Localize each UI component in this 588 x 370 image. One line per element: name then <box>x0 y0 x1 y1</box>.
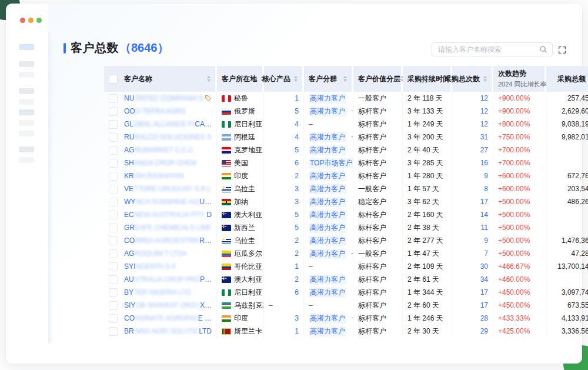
customer-name-link[interactable]: BYTER NIGERIA LTD <box>124 288 191 296</box>
sort-icon[interactable] <box>207 76 211 82</box>
row-checkbox[interactable] <box>109 94 118 103</box>
customer-name-link[interactable]: AUSTRALIA CROP PROTECTION P… <box>124 275 212 284</box>
maximize-button[interactable] <box>36 18 42 23</box>
purchase-count-value[interactable]: 16 <box>480 159 488 167</box>
core-products-value[interactable]: 4 <box>295 120 299 128</box>
core-products-value[interactable]: 2 <box>295 172 299 180</box>
segment-link[interactable]: 高潜力客户 <box>309 171 346 181</box>
customer-name-link[interactable]: SIYOB SHAVKAT ORZU FERMER X… <box>124 301 212 309</box>
customer-name-link[interactable]: NUTRITEC COMPANIA S.A.C <box>124 94 205 102</box>
sidebar-item[interactable] <box>19 157 34 163</box>
column-header-core[interactable]: 核心产品 <box>264 66 304 92</box>
core-products-value[interactable]: 1 <box>295 94 299 102</box>
purchase-count-value[interactable]: 27 <box>480 146 488 154</box>
customer-name-link[interactable]: GLOBAL ALLIANCE FOR CHEMICA… <box>124 120 212 128</box>
core-products-value[interactable]: 1 <box>295 327 299 335</box>
purchase-count-value[interactable]: 30 <box>480 262 488 271</box>
customer-name-link[interactable]: OOO TEFRA AGRO <box>124 107 186 115</box>
sidebar-item[interactable] <box>19 72 34 78</box>
core-products-value[interactable]: 6 <box>295 159 299 167</box>
row-checkbox[interactable] <box>109 301 118 310</box>
row-checkbox[interactable] <box>109 224 118 232</box>
customer-name-link[interactable]: BRAINS AGRI SOLUTIONS PVT LTD <box>124 327 212 335</box>
core-products-value[interactable]: 2 <box>295 275 299 284</box>
close-button[interactable] <box>20 18 25 23</box>
row-checkbox[interactable] <box>109 172 118 181</box>
row-checkbox[interactable] <box>109 198 118 206</box>
purchase-count-value[interactable]: 29 <box>480 327 488 335</box>
sidebar-item[interactable] <box>19 131 34 136</box>
purchase-count-value[interactable]: 8 <box>484 185 488 193</box>
sidebar-item[interactable] <box>19 109 34 115</box>
row-checkbox[interactable] <box>109 262 118 271</box>
segment-link[interactable]: 高潜力客户 <box>309 249 346 259</box>
segment-link[interactable]: 高潜力客户 <box>309 132 346 142</box>
sidebar-item[interactable] <box>19 120 34 126</box>
core-products-value[interactable]: 4 <box>295 133 299 141</box>
column-header-amount[interactable]: 采购总额i <box>546 66 588 92</box>
core-products-value[interactable]: 5 <box>295 146 299 154</box>
segment-link[interactable]: 高潜力客户 <box>309 326 346 336</box>
row-checkbox[interactable] <box>109 146 118 155</box>
core-products-value[interactable]: 2 <box>295 249 299 258</box>
core-products-value[interactable]: 3 <box>295 185 299 193</box>
core-products-value[interactable]: 3 <box>295 198 299 206</box>
core-products-value[interactable]: 5 <box>295 107 299 115</box>
sidebar-item[interactable] <box>19 146 34 152</box>
purchase-count-value[interactable]: 28 <box>480 314 488 322</box>
row-checkbox[interactable] <box>109 159 118 168</box>
sidebar-item-active[interactable] <box>19 44 34 50</box>
core-products-value[interactable]: 5 <box>295 211 299 219</box>
customer-name-link[interactable]: CONSINATE AGROPACK PRIVATE … <box>124 314 212 322</box>
core-products-value[interactable]: 6 <box>295 288 299 296</box>
customer-name-link[interactable]: SYINGENTA S.A <box>124 262 176 271</box>
purchase-count-value[interactable]: 9 <box>484 172 488 180</box>
column-header-tier[interactable]: 客户价值分层 <box>353 66 403 92</box>
customer-name-link[interactable]: CORREA AGROESTRINA AL LABIO R… <box>124 236 212 245</box>
core-products-value[interactable]: 1 <box>295 262 299 271</box>
segment-link[interactable]: 高潜力客户 <box>309 184 346 194</box>
purchase-count-value[interactable]: 14 <box>480 211 488 219</box>
customer-name-link[interactable]: GREAFE CHEMICALS LIMITED <box>124 224 212 232</box>
purchase-count-value[interactable]: 12 <box>480 107 488 115</box>
purchase-count-value[interactable]: 17 <box>480 288 488 296</box>
core-products-value[interactable]: 3 <box>295 314 299 322</box>
purchase-count-value[interactable]: 17 <box>480 198 488 206</box>
fullscreen-expand-icon[interactable] <box>557 45 567 55</box>
row-checkbox[interactable] <box>109 288 118 297</box>
purchase-count-value[interactable]: 12 <box>480 120 488 128</box>
customer-name-link[interactable]: VETTORE URUGUAY S.R.L <box>124 185 211 193</box>
purchase-count-value[interactable]: 12 <box>480 94 488 102</box>
purchase-count-value[interactable]: 7 <box>484 249 488 258</box>
row-checkbox[interactable] <box>109 327 118 336</box>
customer-name-link[interactable]: WYNCA SUNSHINE AGRO PRODU… <box>124 198 212 206</box>
segment-link[interactable]: 高潜力客户 <box>309 106 346 116</box>
search-icon[interactable] <box>539 45 547 54</box>
segment-link[interactable]: 高潜力客户 <box>309 275 346 285</box>
sort-icon[interactable] <box>483 76 487 82</box>
purchase-count-value[interactable]: 34 <box>480 275 488 284</box>
customer-name-link[interactable]: SHANGA CROP CHEM <box>124 159 197 167</box>
row-checkbox[interactable] <box>109 249 118 258</box>
column-header-segment[interactable]: 客户分群 <box>304 66 353 92</box>
search-input[interactable] <box>437 45 539 54</box>
sidebar-item[interactable] <box>19 88 34 94</box>
column-header-count[interactable]: 采购总次数 <box>452 66 493 92</box>
customer-name-link[interactable]: ECNEW AUSTRALIA PTY LIMITED <box>124 211 212 219</box>
purchase-count-value[interactable]: 9 <box>484 236 488 245</box>
segment-link[interactable]: 高潜力客户 <box>309 236 346 246</box>
segment-link[interactable]: 高潜力客户 <box>309 197 346 207</box>
row-checkbox[interactable] <box>109 120 118 129</box>
select-all-checkbox[interactable] <box>109 75 118 84</box>
segment-link[interactable]: 高潜力客户 <box>309 210 346 220</box>
row-checkbox[interactable] <box>109 107 118 116</box>
sidebar-item[interactable] <box>19 99 34 105</box>
core-products-value[interactable]: 2 <box>295 236 299 245</box>
row-checkbox[interactable] <box>109 211 118 219</box>
customer-name-link[interactable]: AGROMARKET C.C.C <box>124 146 193 154</box>
sidebar-item[interactable] <box>19 61 34 67</box>
sort-icon[interactable] <box>343 76 347 82</box>
segment-link[interactable]: 高潜力客户 <box>309 288 346 298</box>
core-products-value[interactable]: 5 <box>295 224 299 232</box>
customer-name-link[interactable]: RURALCO SOLUCIONES S.A <box>124 133 212 141</box>
